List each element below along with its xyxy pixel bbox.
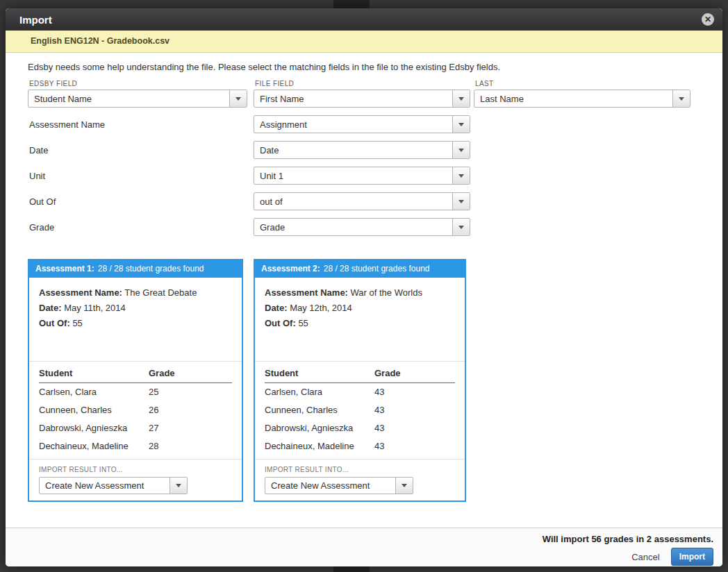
assessment-info: Assessment Name: The Great Debate Date: … (29, 278, 242, 362)
table-row: Cunneen, Charles 43 (265, 401, 455, 419)
edsby-field-column-header: EDSBY FIELD (29, 80, 77, 87)
unit-dropdown[interactable]: Unit 1 (254, 167, 470, 185)
chevron-down-icon (395, 478, 413, 494)
import-dialog: Import ✕ English ENG12N - Gradebook.csv … (6, 8, 722, 566)
chevron-down-icon (452, 142, 470, 158)
dropdown-value: Last Name (474, 94, 672, 104)
dialog-title: Import (19, 14, 702, 26)
assessment-date-line: Date: May 12th, 2014 (265, 301, 455, 316)
dropdown-value: First Name (254, 94, 452, 104)
unit-field-label: Unit (29, 171, 45, 181)
dropdown-value: Create New Assessment (265, 480, 395, 491)
chevron-down-icon (452, 167, 470, 184)
grades-table: Student Grade Carlsen, Clara 43 Cunneen,… (265, 362, 455, 455)
chevron-down-icon (452, 90, 470, 107)
footer-actions: Cancel Import (631, 548, 713, 566)
dropdown-value: Create New Assessment (40, 480, 169, 491)
out-of-field-label: Out Of (29, 196, 56, 207)
assessment-date-line: Date: May 11th, 2014 (39, 301, 232, 316)
table-row: Carlsen, Clara 43 (265, 383, 455, 401)
assessment-card-2: Assessment 2:28 / 28 student grades foun… (254, 259, 466, 502)
dropdown-value: Grade (254, 222, 452, 233)
dialog-body: Edsby needs some help understanding the … (6, 53, 722, 528)
assessment-name-field-label: Assessment Name (29, 119, 105, 130)
date-field-label: Date (29, 145, 48, 155)
assessment-info: Assessment Name: War of the Worlds Date:… (255, 278, 465, 362)
dialog-titlebar: Import ✕ (6, 8, 722, 31)
backdrop-artifact-top (333, 0, 370, 8)
import-result-section: IMPORT RESULT INTO... Create New Assessm… (255, 459, 465, 494)
dialog-footer: Will import 56 grades in 2 assessments. … (6, 528, 722, 566)
import-target-dropdown[interactable]: Create New Assessment (39, 477, 188, 494)
table-row: Carlsen, Clara 25 (39, 383, 232, 401)
out-of-dropdown[interactable]: out of (254, 192, 470, 210)
first-name-dropdown[interactable]: First Name (254, 90, 470, 108)
assessment-name-line: Assessment Name: The Great Debate (39, 285, 232, 301)
grades-table: Student Grade Carlsen, Clara 25 Cunneen,… (39, 362, 232, 455)
chevron-down-icon (452, 219, 470, 235)
import-result-into-label: IMPORT RESULT INTO... (265, 466, 455, 473)
assessment-title: Assessment 2: (261, 264, 320, 274)
file-field-column-header: FILE FIELD (255, 80, 294, 87)
dropdown-value: Unit 1 (254, 171, 452, 181)
student-name-dropdown[interactable]: Student Name (28, 90, 247, 108)
grade-field-label: Grade (29, 222, 54, 233)
table-row: Dabrowski, Agnieszka 43 (265, 419, 455, 437)
dropdown-value: Date (254, 145, 452, 155)
import-target-dropdown[interactable]: Create New Assessment (265, 477, 413, 494)
import-result-section: IMPORT RESULT INTO... Create New Assessm… (29, 459, 242, 494)
table-row: Dechaineux, Madeline 43 (265, 437, 455, 455)
cancel-button[interactable]: Cancel (631, 552, 659, 562)
grade-dropdown[interactable]: Grade (254, 218, 470, 236)
assessment-out-of-line: Out Of: 55 (265, 316, 455, 331)
import-result-into-label: IMPORT RESULT INTO... (39, 466, 232, 473)
last-column-header: LAST (475, 80, 494, 87)
file-banner: English ENG12N - Gradebook.csv (6, 31, 722, 53)
grades-table-header: Student Grade (265, 362, 455, 383)
assessment-out-of-line: Out Of: 55 (39, 316, 232, 331)
grades-table-header: Student Grade (39, 362, 232, 383)
table-row: Cunneen, Charles 26 (39, 401, 232, 419)
assessment-name-line: Assessment Name: War of the Worlds (265, 285, 455, 301)
chevron-down-icon (452, 193, 470, 210)
dropdown-value: out of (254, 196, 452, 207)
chevron-down-icon (169, 478, 187, 494)
instructions-text: Edsby needs some help understanding the … (28, 62, 500, 72)
date-dropdown[interactable]: Date (254, 141, 470, 159)
last-name-dropdown[interactable]: Last Name (474, 90, 690, 108)
assessment-title: Assessment 1: (35, 264, 94, 274)
close-icon[interactable]: ✕ (702, 13, 714, 26)
chevron-down-icon (672, 90, 690, 107)
chevron-down-icon (229, 90, 247, 107)
dropdown-value: Assignment (254, 119, 452, 130)
assessment-card-1: Assessment 1:28 / 28 student grades foun… (28, 259, 243, 502)
assessment-card-header: Assessment 1:28 / 28 student grades foun… (29, 260, 242, 278)
assessment-card-header: Assessment 2:28 / 28 student grades foun… (255, 260, 465, 278)
backdrop-artifact-bottom (333, 566, 370, 572)
assessment-status: 28 / 28 student grades found (98, 264, 204, 274)
assessment-name-dropdown[interactable]: Assignment (254, 115, 470, 133)
assessment-status: 28 / 28 student grades found (324, 264, 430, 274)
table-row: Dechaineux, Madeline 28 (39, 437, 232, 455)
chevron-down-icon (452, 116, 470, 133)
table-row: Dabrowski, Agnieszka 27 (39, 419, 232, 437)
dropdown-value: Student Name (28, 94, 229, 104)
import-button[interactable]: Import (671, 548, 713, 566)
import-summary-text: Will import 56 grades in 2 assessments. (543, 534, 713, 544)
